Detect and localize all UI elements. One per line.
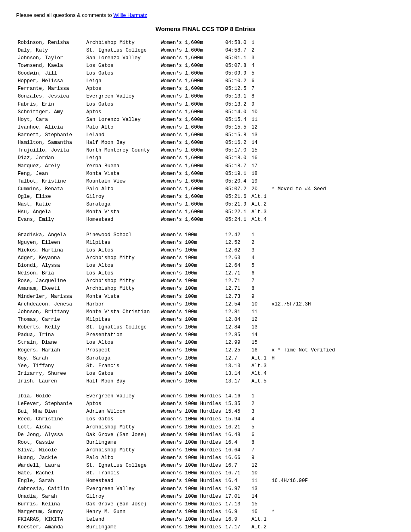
school-name: Half Moon Bay: [85, 139, 159, 147]
entry-time: 13.13: [224, 362, 250, 370]
athlete-name: Nelson, Bria: [16, 270, 85, 277]
event-name: Women's 100m Hurdles: [159, 431, 224, 438]
athlete-name: Talbot, Kristine: [16, 177, 85, 185]
table-row: Adger, Keyanna Archbishop Mitty Women's …: [16, 254, 395, 262]
entry-place: 14: [250, 331, 270, 339]
entry-time: 16.4: [224, 438, 250, 446]
table-row: Goodwin, Jill Los Gatos Women's 1,600m 0…: [16, 70, 395, 77]
athlete-name: Gradiska, Angela: [16, 231, 85, 239]
entry-place: 15: [250, 147, 270, 154]
school-name: Leigh: [85, 77, 159, 85]
athlete-name: Burris, Kelina: [16, 500, 85, 508]
entry-note: [270, 177, 395, 185]
athlete-name: Adger, Keyanna: [16, 254, 85, 262]
event-name: Women's 1,600m: [159, 193, 224, 201]
table-row: Ferrante, Marissa Aptos Women's 1,600m 0…: [16, 85, 395, 93]
school-name: Los Gatos: [85, 62, 159, 69]
entry-time: 05:14.0: [224, 108, 250, 116]
entry-time: 12.71: [224, 270, 250, 277]
entry-note: [270, 293, 395, 300]
entry-time: 05:01.1: [224, 54, 250, 62]
event-name: Women's 100m: [159, 370, 224, 377]
entry-note: [270, 216, 395, 224]
table-row: Gradiska, Angela Pinewood School Women's…: [16, 231, 395, 239]
entry-place: 7: [250, 446, 270, 454]
table-row: Biondi, Alyssa Los Altos Women's 100m 12…: [16, 262, 395, 270]
entry-place: 13: [250, 485, 270, 493]
athlete-name: Sliva, Nicole: [16, 446, 85, 454]
entry-note: [270, 131, 395, 139]
entry-place: 11: [250, 477, 270, 485]
table-row: Amanam, Ekeeti Archbishop Mitty Women's …: [16, 285, 395, 293]
table-row: Hsu, Angela Monta Vista Women's 1,600m 0…: [16, 208, 395, 216]
entry-time: 05:15.8: [224, 131, 250, 139]
athlete-name: Johnson, Brittany: [16, 308, 85, 316]
entry-place: 19: [250, 177, 270, 185]
table-row: Robinson, Renisha Archbishop Mitty Women…: [16, 39, 395, 46]
school-name: Pinewood School: [85, 231, 159, 239]
table-row: Rogers, Mariah Prospect Women's 100m 12.…: [16, 347, 395, 354]
athlete-name: Evans, Emily: [16, 216, 85, 224]
athlete-name: Roberts, Kelly: [16, 324, 85, 331]
athlete-name: Mickos, Martina: [16, 246, 85, 254]
event-name: Women's 100m: [159, 339, 224, 347]
event-name: Women's 100m Hurdles: [159, 393, 224, 400]
page-title: Womens FINAL CCS TOP 8 Entries: [16, 25, 395, 32]
entry-place: Alt.4: [250, 370, 270, 377]
contact-link[interactable]: Willie Harmatz: [113, 12, 147, 18]
entry-place: 9: [250, 100, 270, 108]
entry-note: [270, 324, 395, 331]
event-name: Women's 100m Hurdles: [159, 508, 224, 515]
athlete-name: Fabris, Erin: [16, 100, 85, 108]
entry-time: 05:17.0: [224, 147, 250, 154]
school-name: Yerba Buena: [85, 162, 159, 170]
entry-place: 2: [250, 239, 270, 246]
entry-note: [270, 524, 395, 531]
entry-note: [270, 154, 395, 162]
table-row: Margerum, Sunny Henry M. Gunn Women's 10…: [16, 508, 395, 515]
table-row: Feng, Jean Monta Vista Women's 1,600m 05…: [16, 170, 395, 177]
event-name: Women's 100m Hurdles: [159, 400, 224, 408]
entry-time: 12.7: [224, 354, 250, 362]
entry-place: 3: [250, 246, 270, 254]
school-name: Adrian Wilcox: [85, 408, 159, 416]
school-name: Mountain View: [85, 177, 159, 185]
table-row: Archdeacon, Jenesa Harbor Women's 100m 1…: [16, 300, 395, 308]
athlete-name: Feng, Jean: [16, 170, 85, 177]
entry-place: 7: [250, 277, 270, 285]
entry-place: 16: [250, 154, 270, 162]
table-row: Trujuillo, Jovita North Monterey County …: [16, 147, 395, 154]
entry-place: 14: [250, 493, 270, 500]
entry-time: 05:24.1: [224, 216, 250, 224]
table-row: LeFever, Stephanie Aptos Women's 100m Hu…: [16, 400, 395, 408]
school-name: Evergreen Valley: [85, 393, 159, 400]
entry-time: 05:20.4: [224, 177, 250, 185]
entry-time: 05:10.2: [224, 77, 250, 85]
athlete-name: Ferrante, Marissa: [16, 85, 85, 93]
entry-note: [270, 331, 395, 339]
table-row: Daly, Katy St. Ignatius College Women's …: [16, 46, 395, 54]
entry-time: 05:13.1: [224, 93, 250, 100]
school-name: Archbishop Mitty: [85, 423, 159, 431]
event-name: Women's 100m: [159, 277, 224, 285]
entry-time: 17.13: [224, 500, 250, 508]
school-name: Presentation: [85, 331, 159, 339]
event-name: Women's 100m: [159, 362, 224, 370]
table-row: Sliva, Nicole Archbishop Mitty Women's 1…: [16, 446, 395, 454]
entry-time: 04:58.0: [224, 39, 250, 46]
school-name: Homestead: [85, 216, 159, 224]
athlete-name: Strain, Diane: [16, 339, 85, 347]
event-name: Women's 100m: [159, 285, 224, 293]
entry-time: 12.25: [224, 347, 250, 354]
entry-time: 05:21.9: [224, 201, 250, 208]
event-name: Women's 100m Hurdles: [159, 423, 224, 431]
top-note-text: Please send all questions & comments to: [16, 12, 113, 18]
entry-place: 13: [250, 131, 270, 139]
entry-time: 05:07.2: [224, 185, 250, 193]
entry-note: [270, 208, 395, 216]
entry-time: 05:16.2: [224, 139, 250, 147]
event-name: Women's 100m: [159, 347, 224, 354]
athlete-name: Unadia, Sarah: [16, 493, 85, 500]
entry-place: 10: [250, 108, 270, 116]
table-row: Thomas, Carrie Milpitas Women's 100m 12.…: [16, 316, 395, 323]
